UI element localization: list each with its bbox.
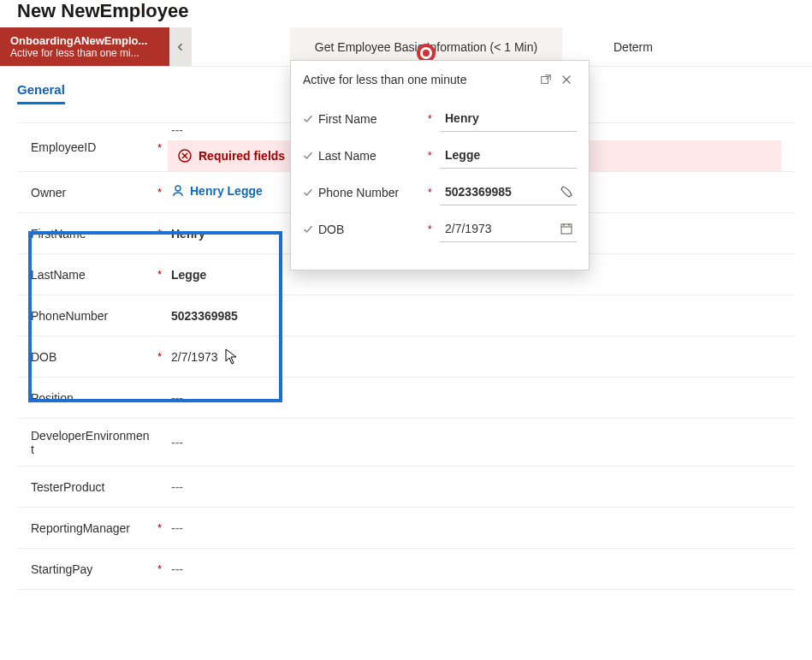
calendar-icon[interactable] xyxy=(560,222,573,235)
check-icon xyxy=(303,114,318,124)
fly-label-dob: DOB xyxy=(318,223,428,236)
required-marker: * xyxy=(428,113,440,125)
svg-point-1 xyxy=(175,186,181,191)
fly-input-dob[interactable] xyxy=(443,221,554,236)
value-dob[interactable]: 2/7/1973 xyxy=(171,347,781,367)
required-marker: * xyxy=(157,227,171,240)
required-marker: * xyxy=(157,186,171,199)
page-title: New NewEmployee xyxy=(0,0,812,27)
fly-input-phone[interactable] xyxy=(443,184,554,199)
person-icon xyxy=(171,184,185,198)
label-phone: PhoneNumber xyxy=(31,309,157,323)
required-marker: * xyxy=(157,350,171,363)
fly-row-phone: Phone Number * xyxy=(291,174,589,211)
fly-label-first-name: First Name xyxy=(318,112,428,126)
flyout-close-button[interactable] xyxy=(556,69,577,90)
fly-label-last-name: Last Name xyxy=(318,149,428,163)
label-first-name: FirstName xyxy=(31,227,157,241)
svg-rect-2 xyxy=(542,77,548,84)
label-mgr: ReportingManager xyxy=(31,521,157,535)
label-last-name: LastName xyxy=(31,268,157,282)
required-marker: * xyxy=(428,150,440,162)
bpf-stage-active-name: OnboardingANewEmplo... xyxy=(10,34,159,47)
svg-rect-3 xyxy=(561,224,572,234)
close-icon xyxy=(560,74,572,86)
fly-row-dob: DOB * xyxy=(291,211,589,247)
chevron-left-icon xyxy=(175,42,186,52)
label-dob: DOB xyxy=(31,350,157,364)
required-marker: * xyxy=(428,187,440,199)
label-tester: TesterProduct xyxy=(31,480,157,494)
value-position[interactable]: --- xyxy=(171,388,781,408)
bpf-collapse-button[interactable] xyxy=(169,27,192,66)
error-text: Required fields xyxy=(199,149,285,163)
value-devenv[interactable]: --- xyxy=(171,432,781,453)
check-icon xyxy=(303,151,318,161)
popout-icon xyxy=(540,74,552,86)
label-devenv: DeveloperEnvironment xyxy=(31,429,157,456)
error-icon xyxy=(178,149,192,163)
value-tester[interactable]: --- xyxy=(171,477,781,497)
value-mgr[interactable]: --- xyxy=(171,518,781,538)
label-owner: Owner xyxy=(31,186,157,199)
value-phone[interactable]: 5023369985 xyxy=(171,306,781,326)
label-pay: StartingPay xyxy=(31,562,157,576)
fly-row-last-name: Last Name * xyxy=(291,137,589,174)
check-icon xyxy=(303,187,318,198)
flyout-title: Active for less than one minute xyxy=(303,73,466,86)
required-marker: * xyxy=(428,223,440,235)
fly-row-first-name: First Name * xyxy=(291,100,589,137)
value-pay[interactable]: --- xyxy=(171,559,781,580)
stage-flyout: Active for less than one minute First Na… xyxy=(290,60,590,271)
label-position: Position xyxy=(31,391,157,405)
bpf-stage-active-sub: Active for less than one mi... xyxy=(10,47,159,59)
required-marker: * xyxy=(157,268,171,281)
row-phone: PhoneNumber 5023369985 xyxy=(17,295,795,336)
row-dob: DOB * 2/7/1973 xyxy=(17,336,795,378)
required-marker: * xyxy=(157,521,171,534)
tab-general[interactable]: General xyxy=(17,82,65,104)
label-employee-id: EmployeeID xyxy=(31,140,157,154)
row-devenv: DeveloperEnvironment --- xyxy=(17,419,795,467)
row-position: Position --- xyxy=(17,378,795,419)
owner-lookup[interactable]: Henry Legge xyxy=(171,184,263,198)
bpf-stage-active[interactable]: OnboardingANewEmplo... Active for less t… xyxy=(0,27,169,66)
flyout-popout-button[interactable] xyxy=(536,69,556,90)
fly-input-last-name[interactable] xyxy=(443,147,573,163)
check-icon xyxy=(303,224,318,235)
phone-icon[interactable] xyxy=(560,185,573,199)
row-pay: StartingPay * --- xyxy=(17,549,795,590)
fly-label-phone: Phone Number xyxy=(318,186,428,199)
required-marker: * xyxy=(157,562,171,575)
row-tester: TesterProduct --- xyxy=(17,467,795,508)
fly-input-first-name[interactable] xyxy=(443,110,573,126)
row-mgr: ReportingManager * --- xyxy=(17,508,795,549)
owner-name: Henry Legge xyxy=(190,184,263,198)
